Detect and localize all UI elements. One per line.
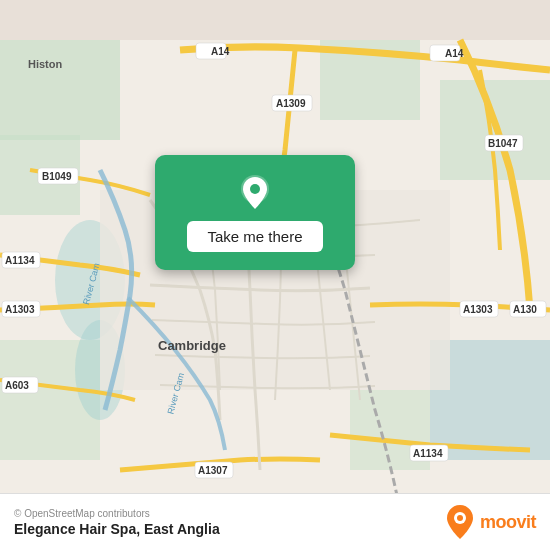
place-name: Elegance Hair Spa, East Anglia (14, 521, 220, 537)
bottom-bar: © OpenStreetMap contributors Elegance Ha… (0, 493, 550, 550)
moovit-brand-text: moovit (480, 512, 536, 533)
svg-text:A1134: A1134 (413, 448, 443, 459)
svg-text:Cambridge: Cambridge (158, 338, 226, 353)
svg-text:B1047: B1047 (488, 138, 518, 149)
svg-text:A1303: A1303 (5, 304, 35, 315)
bottom-left: © OpenStreetMap contributors Elegance Ha… (14, 508, 220, 537)
action-card: Take me there (155, 155, 355, 270)
svg-text:A130: A130 (513, 304, 537, 315)
map-background: A14 A14 A1309 B1049 A1134 A1303 A1303 A1… (0, 0, 550, 550)
svg-point-42 (457, 515, 463, 521)
location-pin-icon (235, 173, 275, 213)
svg-text:B1049: B1049 (42, 171, 72, 182)
svg-text:A14: A14 (211, 46, 230, 57)
svg-text:A1303: A1303 (463, 304, 493, 315)
svg-text:Histon: Histon (28, 58, 63, 70)
svg-text:A1309: A1309 (276, 98, 306, 109)
svg-rect-1 (0, 40, 120, 140)
map-container: A14 A14 A1309 B1049 A1134 A1303 A1303 A1… (0, 0, 550, 550)
moovit-pin-icon (445, 504, 475, 540)
svg-text:A603: A603 (5, 380, 29, 391)
take-me-there-button[interactable]: Take me there (187, 221, 322, 252)
svg-text:A1134: A1134 (5, 255, 35, 266)
map-attribution: © OpenStreetMap contributors (14, 508, 220, 519)
svg-point-40 (250, 184, 260, 194)
svg-text:A14: A14 (445, 48, 464, 59)
svg-text:A1307: A1307 (198, 465, 228, 476)
moovit-logo: moovit (445, 504, 536, 540)
